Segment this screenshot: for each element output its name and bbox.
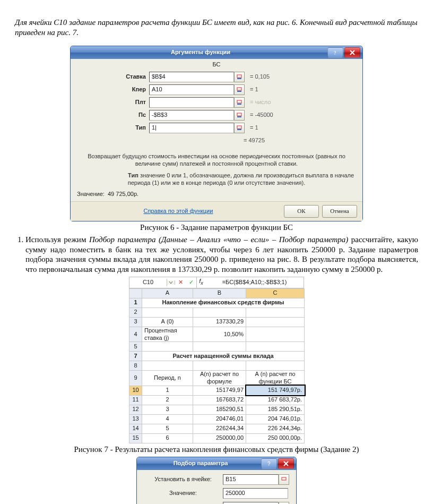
param-input-rate[interactable]: $B$4 [149,72,234,82]
value-text: 49 725,00р. [108,191,138,198]
cell[interactable]: 250 000,00р. [246,433,305,443]
svg-rect-8 [237,116,241,117]
row-header[interactable]: 5 [129,342,142,352]
cell[interactable]: А (0) [142,317,193,327]
row-header[interactable]: 2 [129,307,142,317]
cell[interactable] [246,307,305,317]
svg-rect-3 [237,88,241,90]
cell[interactable]: Период, n [142,371,193,386]
cell[interactable] [193,307,246,317]
svg-text:?: ? [334,50,336,55]
row-header[interactable]: 11 [129,395,142,405]
cancel-button[interactable]: Отмена [322,205,357,218]
cell[interactable]: 185 290,51р. [246,405,305,414]
cell[interactable]: 167 683,72р. [246,395,305,405]
row-header[interactable]: 13 [129,414,142,424]
cell[interactable]: 167683,72 [193,395,246,405]
cell[interactable] [246,342,305,352]
range-select-icon[interactable] [279,502,289,505]
cell[interactable] [246,317,305,327]
svg-rect-9 [237,126,241,129]
select-all-corner[interactable] [129,288,142,298]
row-header[interactable]: 8 [129,361,142,371]
cell[interactable]: 6 [142,433,193,443]
cell[interactable] [142,307,193,317]
row-header[interactable]: 3 [129,317,142,327]
enter-formula-icon[interactable]: ✓ [189,279,194,286]
svg-rect-1 [237,75,241,78]
cell[interactable] [193,342,246,352]
cell[interactable]: Накопление финансовых средств фирмы [142,298,305,307]
col-header[interactable]: A [142,288,193,298]
row-header[interactable]: 14 [129,424,142,433]
range-select-icon[interactable] [234,110,245,121]
cell[interactable] [142,361,193,371]
close-button[interactable] [278,458,294,469]
cell[interactable]: Расчет наращенной суммы вклада [142,352,305,361]
formula-bar[interactable]: =БС($B$4;A10;;-$B$3;1) [205,279,304,286]
param-result: = 1 [250,86,258,93]
dialog-title: Аргументы функции [75,49,326,56]
param-result: = -45000 [250,112,273,119]
final-result: = 49725 [244,137,265,144]
cell[interactable]: 1 [142,386,193,395]
fn-args-dialog: Аргументы функции ? БС Ставка $B$4 = 0,1… [70,46,363,222]
cell[interactable]: 226 244,34р. [246,424,305,433]
cell[interactable]: 226244,34 [193,424,246,433]
help-button[interactable]: ? [327,47,343,58]
cell[interactable]: 204 746,01р. [246,414,305,424]
range-select-icon[interactable] [234,72,245,82]
cell[interactable] [246,327,305,342]
row-header[interactable]: 4 [129,327,142,342]
cell[interactable]: 5 [142,424,193,433]
row-header[interactable]: 15 [129,433,142,443]
cell[interactable]: 4 [142,414,193,424]
cell[interactable]: 185290,51 [193,405,246,414]
param-input-nper[interactable]: A10 [149,84,234,95]
cell[interactable] [193,361,246,371]
cell[interactable]: 3 [142,405,193,414]
cell[interactable]: 2 [142,395,193,405]
param-result: = 0,105 [250,73,270,81]
cell[interactable]: 151749,97 [193,386,246,395]
range-select-icon[interactable] [234,123,245,133]
row-header[interactable]: 9 [129,371,142,386]
range-select-icon[interactable] [234,97,245,108]
cell[interactable]: 137330,29 [193,317,246,327]
cell[interactable]: Процентная ставка (j) [142,327,193,342]
cell[interactable] [246,361,305,371]
changing-cell-input[interactable]: $B$3| [223,502,279,505]
name-box[interactable]: C10 [129,279,167,286]
param-label: Ставка [77,73,149,81]
fx-icon[interactable]: fx [197,278,205,287]
row-header[interactable]: 7 [129,352,142,361]
ok-button[interactable]: ОК [284,205,319,218]
row-header[interactable]: 1 [129,298,142,307]
help-link[interactable]: Справка по этой функции [76,208,281,215]
range-select-icon[interactable] [279,474,289,485]
function-tip: Тип значение 0 или 1, обозначающее, долж… [71,170,362,189]
close-button[interactable] [344,47,360,58]
svg-text:?: ? [267,461,271,466]
to-value-input[interactable]: 250000 [223,488,288,499]
cell[interactable] [142,342,193,352]
help-button[interactable]: ? [261,458,277,469]
range-select-icon[interactable] [234,84,245,95]
figure-7-caption: Рисунок 7 - Результаты расчета накоплени… [15,445,418,455]
cell[interactable]: 250000,00 [193,433,246,443]
cell[interactable]: 204746,01 [193,414,246,424]
col-header[interactable]: C [246,288,305,298]
col-header[interactable]: B [193,288,246,298]
cell[interactable]: А (n) расчет по функции БС [246,371,305,386]
row-header[interactable]: 10 [129,386,142,395]
param-input-type[interactable]: 1| [149,123,234,133]
cell[interactable]: 10,50% [193,327,246,342]
cell[interactable]: А(n) расчет по формуле [193,371,246,386]
row-header[interactable]: 12 [129,405,142,414]
cancel-formula-icon[interactable]: ✕ [178,279,183,286]
param-input-pmt[interactable] [149,97,234,108]
set-cell-input[interactable]: B15 [223,474,279,485]
active-cell[interactable]: 151 749,97р. [246,386,305,395]
chevron-down-icon[interactable] [167,280,175,285]
param-input-pv[interactable]: -$B$3 [149,110,234,121]
